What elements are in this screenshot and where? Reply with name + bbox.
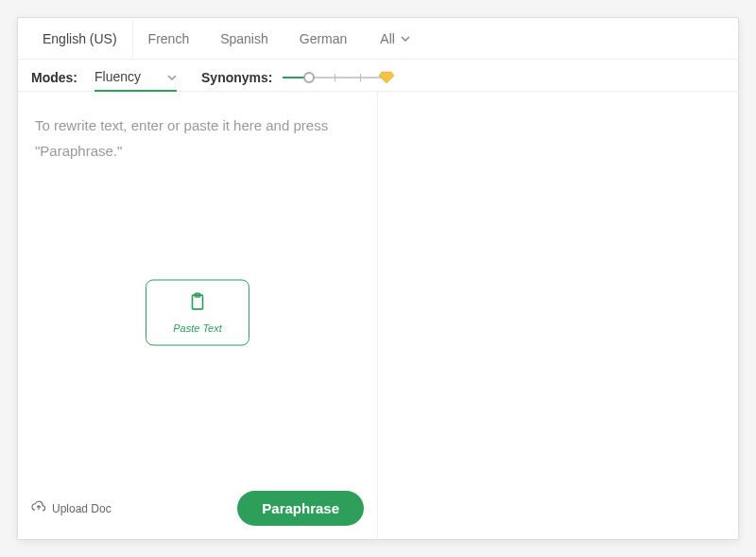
chevron-down-icon xyxy=(401,33,410,44)
clipboard-icon xyxy=(187,291,208,316)
slider-fill xyxy=(283,77,305,78)
input-pane[interactable]: To rewrite text, enter or paste it here … xyxy=(18,92,378,539)
options-row: Modes: Fluency Synonyms: xyxy=(18,60,738,92)
tab-spanish[interactable]: Spanish xyxy=(205,20,284,58)
input-placeholder: To rewrite text, enter or paste it here … xyxy=(18,92,377,184)
mode-dropdown[interactable]: Fluency xyxy=(94,69,177,92)
tab-french[interactable]: French xyxy=(133,20,206,58)
mode-value: Fluency xyxy=(94,69,141,84)
modes-label: Modes: xyxy=(31,70,77,85)
tab-all-label: All xyxy=(380,31,395,46)
upload-doc-label: Upload Doc xyxy=(52,502,112,515)
editor-split: To rewrite text, enter or paste it here … xyxy=(18,92,738,539)
tab-german[interactable]: German xyxy=(284,20,364,58)
slider-tick xyxy=(360,74,361,81)
tab-english-us[interactable]: English (US) xyxy=(27,20,133,58)
cloud-upload-icon xyxy=(31,500,46,516)
slider-thumb[interactable] xyxy=(303,72,315,83)
slider-tick xyxy=(335,74,335,81)
tab-all-dropdown[interactable]: All xyxy=(370,20,420,58)
language-tabs: English (US) French Spanish German All xyxy=(18,18,738,60)
upload-doc-button[interactable]: Upload Doc xyxy=(31,500,112,516)
paste-text-button[interactable]: Paste Text xyxy=(146,279,249,345)
paraphrase-button[interactable]: Paraphrase xyxy=(237,491,364,526)
chevron-down-icon xyxy=(167,72,177,82)
synonyms-group: Synonyms: xyxy=(201,70,386,85)
synonyms-label: Synonyms: xyxy=(201,70,272,85)
paste-text-label: Paste Text xyxy=(173,322,222,333)
input-footer: Upload Doc Paraphrase xyxy=(18,481,377,539)
premium-diamond-icon xyxy=(379,71,394,87)
app-card: English (US) French Spanish German All M… xyxy=(17,17,739,540)
synonyms-slider[interactable] xyxy=(283,71,387,84)
output-pane xyxy=(378,92,738,539)
